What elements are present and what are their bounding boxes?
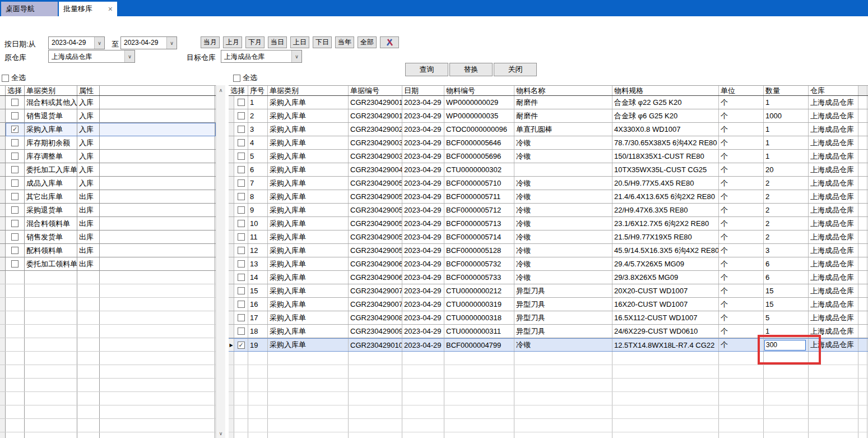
row-checkbox[interactable] [238,99,245,106]
row-indicator [229,150,234,163]
table-row[interactable]: 3采购入库单CGR2304290022023-04-29CTOC00000000… [229,123,868,136]
target-warehouse-select[interactable]: 上海成品仓库 ∨ [221,50,302,63]
row-checkbox[interactable] [11,260,18,268]
table-row[interactable]: 配料领料单出库 [0,244,216,257]
row-checkbox[interactable] [238,220,245,227]
row-checkbox[interactable] [11,139,18,146]
doc-no-cell [349,405,402,418]
right-select-all[interactable]: 全选 [233,73,257,83]
row-checkbox[interactable] [238,166,245,173]
period-button[interactable]: 当年 [335,36,354,48]
table-row[interactable]: ✓采购入库单入库 [0,123,216,136]
row-checkbox[interactable] [11,179,18,187]
row-checkbox[interactable] [11,247,18,254]
chevron-down-icon[interactable]: ∨ [94,37,104,49]
row-checkbox[interactable]: ✓ [238,342,245,349]
row-checkbox[interactable] [238,112,245,119]
table-row[interactable]: 混合料领料单出库 [0,217,216,230]
table-row[interactable]: 销售发货单出库 [0,230,216,244]
tab-desktop-navigation[interactable]: 桌面导航 [1,2,58,16]
row-checkbox[interactable] [238,247,245,254]
table-row[interactable]: 16采购入库单CGR2304290072023-04-29CTU00000003… [229,298,868,311]
table-row[interactable]: 12采购入库单CGR2304290052023-04-29BCF00000051… [229,244,868,257]
table-row[interactable]: 13采购入库单CGR2304290062023-04-29BCF00000057… [229,257,868,271]
period-button[interactable]: 当月 [201,36,220,48]
row-checkbox[interactable] [238,328,245,335]
period-button[interactable]: 下月 [245,36,264,48]
table-row[interactable]: 4采购入库单CGR2304290032023-04-29BCF000000564… [229,136,868,150]
table-row[interactable]: 委托加工入库单入库 [0,163,216,177]
clear-filter-button[interactable] [380,36,399,48]
query-button[interactable]: 查询 [405,63,448,76]
chevron-down-icon[interactable]: ∨ [124,50,134,62]
table-row[interactable]: ▶✓19采购入库单CGR2304290102023-04-29BCF000000… [229,338,868,352]
row-checkbox[interactable] [11,220,18,227]
chevron-down-icon[interactable]: ∨ [166,37,177,49]
table-row[interactable]: 10采购入库单CGR2304290052023-04-29BCF00000057… [229,217,868,230]
date-from-select[interactable]: 2023-04-29 ∨ [48,36,105,49]
scroll-up-icon[interactable]: ∧ [216,85,225,95]
table-row[interactable]: 成品入库单入库 [0,177,216,190]
row-checkbox[interactable] [238,233,245,241]
date-to-select[interactable]: 2023-04-29 ∨ [120,36,177,49]
table-row[interactable]: 18采购入库单CGR2304290092023-04-29CTU00000003… [229,325,868,338]
replace-button[interactable]: 替换 [449,63,493,76]
source-warehouse-select[interactable]: 上海成品仓库 ∨ [48,50,135,63]
row-checkbox[interactable]: ✓ [11,126,18,133]
chevron-down-icon[interactable]: ∨ [291,50,301,62]
period-button[interactable]: 上日 [290,36,309,48]
period-button[interactable]: 当日 [268,36,287,48]
scroll-down-icon[interactable]: ∨ [216,428,225,438]
quantity-input[interactable] [764,340,806,351]
material-name-cell: 冷镦 [514,217,612,230]
table-row[interactable]: 17采购入库单CGR2304290082023-04-29CTU00000003… [229,311,868,325]
period-button[interactable]: 下日 [313,36,332,48]
row-checkbox[interactable] [11,206,18,214]
row-checkbox[interactable] [11,166,18,173]
close-button[interactable]: 关闭 [494,63,537,76]
table-row[interactable]: 库存调整单入库 [0,150,216,163]
row-checkbox[interactable] [238,179,245,187]
table-row[interactable]: 委托加工领料单出库 [0,257,216,271]
table-row[interactable]: 8采购入库单CGR2304290052023-04-29BCF000000571… [229,190,868,204]
table-row[interactable]: 15采购入库单CGR2304290072023-04-29CTU00000002… [229,284,868,298]
table-row[interactable]: 混合料或其他入库入库 [0,96,216,109]
table-row[interactable]: 7采购入库单CGR2304290052023-04-29BCF000000571… [229,177,868,190]
table-row[interactable]: 库存期初余额入库 [0,136,216,150]
row-checkbox[interactable] [238,193,245,200]
period-button[interactable]: 全部 [358,36,377,48]
table-row[interactable]: 1采购入库单CGR2304290012023-04-29WP0000000029… [229,96,868,109]
table-row[interactable]: 14采购入库单CGR2304290062023-04-29BCF00000057… [229,271,868,284]
row-checkbox[interactable] [11,153,18,160]
row-checkbox[interactable] [238,301,245,308]
tab-batch-move[interactable]: 批量移库 × [59,2,117,16]
table-row[interactable]: 6采购入库单CGR2304290042023-04-29CTU000000030… [229,163,868,177]
period-button[interactable]: 上月 [223,36,242,48]
row-checkbox[interactable] [238,206,245,214]
left-select-all[interactable]: 全选 [2,73,26,83]
table-row[interactable]: 销售退货单入库 [0,109,216,123]
row-checkbox[interactable] [11,112,18,119]
row-checkbox[interactable] [238,260,245,268]
close-icon[interactable]: × [108,5,113,13]
spacer-cell [100,163,215,176]
row-checkbox[interactable] [238,139,245,146]
table-row[interactable]: 11采购入库单CGR2304290052023-04-29BCF00000057… [229,230,868,244]
row-checkbox[interactable] [11,99,18,106]
warehouse-cell [809,405,858,418]
table-row[interactable]: 9采购入库单CGR2304290052023-04-29BCF000000571… [229,204,868,217]
table-row[interactable]: 2采购入库单CGR2304290012023-04-29WP0000000035… [229,109,868,123]
row-checkbox[interactable] [238,274,245,281]
row-checkbox[interactable] [238,287,245,294]
row-checkbox[interactable] [11,233,18,241]
row-checkbox[interactable] [238,314,245,321]
table-row[interactable]: 其它出库单出库 [0,190,216,204]
row-checkbox[interactable] [11,193,18,200]
left-table-scrollbar[interactable]: ∧ ∨ [216,85,225,438]
checkbox[interactable] [233,75,240,82]
row-checkbox[interactable] [238,153,245,160]
table-row[interactable]: 采购退货单出库 [0,204,216,217]
checkbox[interactable] [2,75,9,82]
row-checkbox[interactable] [238,126,245,133]
table-row[interactable]: 5采购入库单CGR2304290032023-04-29BCF000000569… [229,150,868,163]
